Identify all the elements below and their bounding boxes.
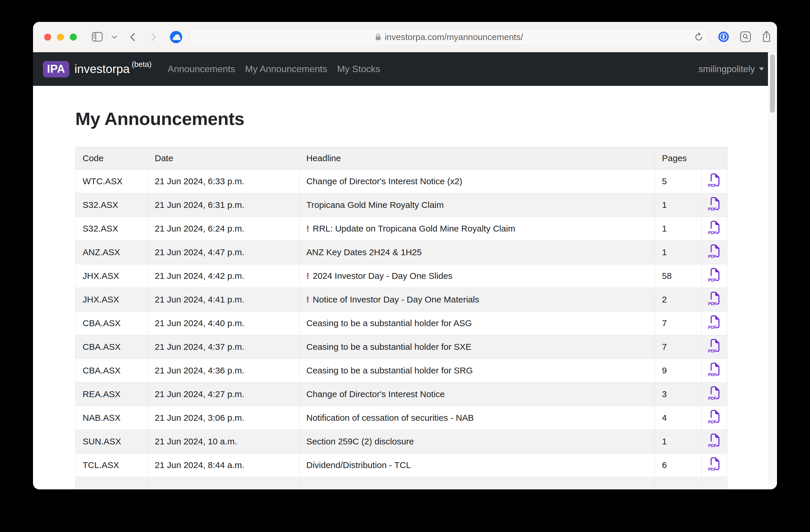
- svg-text:PDF: PDF: [708, 467, 716, 471]
- traffic-light-close[interactable]: [44, 34, 51, 41]
- pdf-icon[interactable]: PDF: [708, 220, 721, 235]
- nav-link-announcements[interactable]: Announcements: [167, 64, 235, 74]
- cell-date: 21 Jun 2024, 4:41 p.m.: [148, 288, 299, 311]
- cell-headline: !Change of Director's Interest Notice: [299, 383, 655, 406]
- user-menu[interactable]: smilingpolitely: [698, 64, 764, 75]
- cell-headline: !Ceasing to be a substantial holder for …: [299, 335, 655, 359]
- nav-link-my-announcements[interactable]: My Announcements: [245, 64, 327, 74]
- column-header-headline: Headline: [299, 147, 655, 170]
- reload-icon[interactable]: [694, 32, 704, 43]
- nav-links: Announcements My Announcements My Stocks: [163, 64, 385, 75]
- logo-badge: IPA: [43, 61, 69, 77]
- pdf-icon[interactable]: PDF: [708, 433, 721, 448]
- table-row: TCL.ASX 21 Jun 2024, 8:44 a.m. !Dividend…: [76, 453, 727, 477]
- username: smilingpolitely: [698, 64, 755, 75]
- cell-headline: !Change of Director's Interest Notice (x…: [299, 170, 655, 193]
- cell-date: 21 Jun 2024, 4:42 p.m.: [148, 264, 299, 288]
- cell-date: 21 Jun 2024, 3:06 p.m.: [148, 406, 299, 430]
- table-row-partial: [76, 477, 727, 490]
- browser-titlebar: investorpa.com/myannouncements/: [33, 22, 777, 52]
- brand-logo[interactable]: IPA investorpa (beta): [43, 61, 151, 77]
- svg-text:PDF: PDF: [708, 183, 716, 188]
- svg-text:PDF: PDF: [708, 396, 716, 400]
- cell-date: 21 Jun 2024, 4:47 p.m.: [148, 241, 299, 264]
- page-title: My Announcements: [75, 108, 768, 129]
- toolbar-divider: [107, 32, 107, 42]
- cell-pages: 1: [655, 241, 702, 264]
- cell-pages: 6: [655, 453, 702, 477]
- cell-pages: 4: [655, 406, 702, 430]
- address-bar[interactable]: investorpa.com/myannouncements/: [190, 28, 708, 46]
- cell-code: ANZ.ASX: [76, 241, 148, 264]
- pdf-icon[interactable]: PDF: [708, 362, 721, 377]
- cell-pages: 1: [655, 193, 702, 217]
- table-row: JHX.ASX 21 Jun 2024, 4:41 p.m. !Notice o…: [76, 288, 727, 311]
- column-header-pages: Pages: [655, 147, 702, 170]
- cell-pages: 3: [655, 383, 702, 406]
- svg-text:PDF: PDF: [708, 230, 716, 235]
- back-icon[interactable]: [129, 31, 136, 44]
- nav-link-my-stocks[interactable]: My Stocks: [337, 64, 380, 74]
- browser-window: investorpa.com/myannouncements/: [33, 22, 777, 489]
- pdf-icon[interactable]: PDF: [708, 386, 721, 400]
- cell-file: PDF: [702, 430, 727, 453]
- traffic-light-zoom[interactable]: [70, 34, 77, 41]
- pdf-icon[interactable]: PDF: [708, 291, 721, 306]
- cell-headline: !Section 259C (2) disclosure: [299, 430, 655, 453]
- cell-file: PDF: [702, 383, 727, 406]
- pdf-icon[interactable]: PDF: [708, 244, 721, 258]
- cell-pages: 1: [655, 430, 702, 453]
- bear-extension-icon[interactable]: [169, 31, 182, 44]
- table-row: S32.ASX 21 Jun 2024, 6:24 p.m. !RRL: Upd…: [76, 217, 727, 241]
- pdf-icon[interactable]: PDF: [708, 268, 721, 282]
- chevron-down-icon[interactable]: [111, 35, 118, 41]
- lock-icon: [375, 33, 382, 41]
- svg-text:PDF: PDF: [708, 325, 716, 329]
- scrollbar-thumb[interactable]: [770, 54, 775, 113]
- table-row: JHX.ASX 21 Jun 2024, 4:42 p.m. !2024 Inv…: [76, 264, 727, 288]
- svg-text:PDF: PDF: [708, 372, 716, 377]
- svg-text:PDF: PDF: [708, 254, 716, 258]
- pdf-icon[interactable]: PDF: [708, 173, 721, 188]
- pdf-icon[interactable]: PDF: [708, 315, 721, 329]
- tab-search-icon[interactable]: [740, 31, 751, 44]
- cell-headline: !Notification of cessation of securities…: [299, 406, 655, 430]
- cell-headline: !ANZ Key Dates 2H24 & 1H25: [299, 241, 655, 264]
- cell-pages: 1: [655, 217, 702, 241]
- table-row: REA.ASX 21 Jun 2024, 4:27 p.m. !Change o…: [76, 383, 727, 406]
- pdf-icon[interactable]: PDF: [708, 196, 721, 211]
- svg-text:PDF: PDF: [708, 420, 716, 424]
- svg-text:PDF: PDF: [708, 349, 716, 353]
- cell-code: CBA.ASX: [76, 335, 148, 359]
- important-icon: !: [306, 271, 309, 280]
- cell-file: PDF: [702, 193, 727, 217]
- pdf-icon[interactable]: PDF: [708, 457, 721, 471]
- pdf-icon[interactable]: PDF: [708, 338, 721, 353]
- table-row: ANZ.ASX 21 Jun 2024, 4:47 p.m. !ANZ Key …: [76, 241, 727, 264]
- cell-date: 21 Jun 2024, 6:31 p.m.: [148, 193, 299, 217]
- table-row: WTC.ASX 21 Jun 2024, 6:33 p.m. !Change o…: [76, 170, 727, 193]
- forward-icon[interactable]: [150, 31, 157, 44]
- cell-code: S32.ASX: [76, 217, 148, 241]
- cell-file: PDF: [702, 453, 727, 477]
- cell-code: JHX.ASX: [76, 264, 148, 288]
- sidebar-icon[interactable]: [92, 32, 103, 43]
- traffic-light-minimize[interactable]: [57, 34, 64, 41]
- cell-code: REA.ASX: [76, 383, 148, 406]
- onepassword-icon[interactable]: [718, 31, 729, 44]
- table-row: S32.ASX 21 Jun 2024, 6:31 p.m. !Tropican…: [76, 193, 727, 217]
- cell-date: 21 Jun 2024, 4:37 p.m.: [148, 335, 299, 359]
- pdf-icon[interactable]: PDF: [708, 409, 721, 424]
- important-icon: !: [306, 295, 309, 304]
- cell-code: S32.ASX: [76, 193, 148, 217]
- cell-pages: 7: [655, 335, 702, 359]
- cell-pages: 2: [655, 288, 702, 311]
- cell-headline: !RRL: Update on Tropicana Gold Mine Roya…: [299, 217, 655, 241]
- cell-file: PDF: [702, 217, 727, 241]
- table-row: CBA.ASX 21 Jun 2024, 4:37 p.m. !Ceasing …: [76, 335, 727, 359]
- cell-code: JHX.ASX: [76, 288, 148, 311]
- cell-file: PDF: [702, 170, 727, 193]
- scrollbar-track[interactable]: [768, 52, 777, 489]
- share-icon[interactable]: [761, 30, 772, 44]
- page-content: My Announcements Code Date Headline Page…: [33, 86, 768, 489]
